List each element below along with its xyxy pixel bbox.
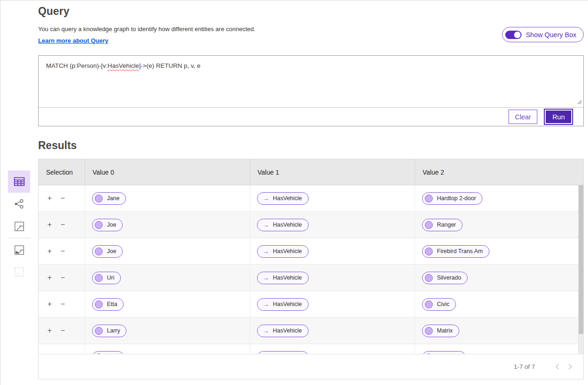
add-selection-button[interactable]: +: [47, 221, 52, 228]
table-body: + − Jane → HasVehicle Hardtop 2-door + −: [39, 185, 583, 354]
query-text-after: ]->(e) RETURN p, v, e: [139, 62, 200, 69]
add-selection-button[interactable]: +: [47, 248, 52, 255]
remove-selection-button[interactable]: −: [60, 274, 65, 281]
node-pill[interactable]: Mustang: [422, 351, 466, 354]
remove-selection-button[interactable]: −: [60, 248, 65, 255]
node-pill-label: Uri: [107, 274, 114, 281]
node-pill[interactable]: Etta: [92, 298, 124, 311]
scrollbar-thumb[interactable]: [579, 185, 583, 334]
node-pill[interactable]: Joe: [92, 245, 123, 258]
edge-pill[interactable]: → HasVehicle: [257, 219, 309, 231]
add-selection-button[interactable]: +: [47, 274, 52, 281]
vertical-scrollbar[interactable]: [578, 185, 583, 354]
table-view-button[interactable]: [8, 170, 30, 193]
node-pill-label: Civic: [437, 301, 449, 307]
show-query-box-toggle[interactable]: Show Query Box: [502, 27, 584, 42]
resize-handle[interactable]: [577, 99, 582, 106]
node-pill-label: Ranger: [437, 222, 456, 228]
node-pill[interactable]: Uri: [92, 272, 121, 284]
chevron-left-icon: [555, 364, 559, 370]
table-footer: 1-7 of 7: [39, 354, 583, 379]
table-row: + − Larry → HasVehicle Matrix: [39, 318, 583, 344]
table-header-row: Selection Value 0 Value 1 Value 2: [39, 159, 583, 185]
remove-selection-button[interactable]: −: [60, 300, 65, 308]
page-title: Query: [38, 5, 69, 18]
edge-arrow-icon: →: [263, 248, 269, 254]
edge-pill[interactable]: → HasVehicle: [257, 325, 309, 337]
node-circle-icon: [95, 353, 103, 354]
node-pill[interactable]: Larry: [92, 325, 126, 337]
learn-more-link[interactable]: Learn more about Query: [38, 37, 108, 44]
node-circle-icon: [95, 195, 103, 202]
table-row: + − Jane → HasVehicle Hardtop 2-door: [39, 185, 583, 212]
add-selection-button[interactable]: +: [47, 353, 52, 354]
table-row: + − Joe → HasVehicle Firebird Trans Am: [39, 238, 583, 265]
clear-button[interactable]: Clear: [509, 110, 538, 124]
placeholder-view-icon: [14, 267, 24, 277]
node-pill[interactable]: Joe: [92, 219, 123, 231]
query-text-before: MATCH (p:Person)-[v:: [46, 62, 108, 69]
remove-selection-button[interactable]: −: [60, 353, 65, 354]
edge-arrow-icon: →: [263, 274, 269, 281]
prev-page-button[interactable]: [551, 360, 564, 373]
toggle-switch-icon[interactable]: [505, 31, 522, 39]
edge-pill[interactable]: → HasVehicle: [257, 298, 309, 311]
node-pill-label: Larry: [107, 327, 120, 334]
page-description: You can query a knowledge graph to ident…: [38, 26, 256, 33]
query-actions-bar: Clear Run: [39, 108, 583, 126]
edge-pill[interactable]: → HasVehicle: [257, 351, 309, 354]
pagination-range: 1-7 of 7: [514, 363, 535, 370]
map-marker-view-button[interactable]: [8, 239, 30, 261]
query-panel: MATCH (p:Person)-[v:HasVehicle]->(e) RET…: [38, 55, 584, 126]
node-pill[interactable]: Jane: [92, 192, 126, 205]
node-pill[interactable]: Silverado: [422, 272, 468, 284]
node-pill[interactable]: Firebird Trans Am: [422, 245, 489, 258]
node-circle-icon: [425, 274, 433, 282]
placeholder-view-button[interactable]: [8, 261, 30, 283]
node-pill[interactable]: Matrix: [422, 325, 459, 337]
edge-arrow-icon: →: [263, 327, 269, 334]
node-pill[interactable]: Ranger: [422, 219, 462, 231]
add-selection-button[interactable]: +: [47, 300, 52, 308]
node-pill-label: Silverado: [437, 274, 461, 281]
table-row: + − Joe → HasVehicle Ranger: [39, 212, 583, 238]
toggle-knob: [514, 32, 521, 38]
remove-selection-button[interactable]: −: [60, 327, 65, 334]
edge-pill[interactable]: → HasVehicle: [257, 192, 309, 205]
table-row: + − Etta → HasVehicle Civic: [39, 291, 583, 318]
run-button[interactable]: Run: [545, 110, 572, 124]
column-header-value1: Value 1: [250, 159, 415, 185]
link-chart-view-button[interactable]: [8, 193, 30, 215]
edge-arrow-icon: →: [263, 301, 269, 307]
results-title: Results: [38, 139, 77, 152]
node-pill[interactable]: Lisa: [92, 351, 124, 354]
remove-selection-button[interactable]: −: [60, 195, 65, 202]
node-circle-icon: [95, 274, 103, 282]
table-row: + − Lisa → HasVehicle Mustang: [39, 344, 583, 354]
edge-pill-label: HasVehicle: [273, 301, 302, 307]
node-circle-icon: [95, 300, 103, 308]
edge-pill-label: HasVehicle: [273, 274, 302, 281]
column-header-selection: Selection: [39, 159, 85, 185]
edge-arrow-icon: →: [263, 195, 269, 202]
node-circle-icon: [425, 221, 433, 229]
node-pill-label: Matrix: [437, 327, 453, 334]
node-pill[interactable]: Civic: [422, 298, 456, 311]
add-selection-button[interactable]: +: [47, 327, 52, 334]
map-view-button[interactable]: [8, 215, 30, 237]
remove-selection-button[interactable]: −: [60, 221, 65, 228]
table-view-icon: [14, 177, 25, 186]
node-circle-icon: [425, 300, 433, 308]
edge-pill-label: HasVehicle: [273, 195, 302, 202]
node-circle-icon: [95, 327, 103, 335]
map-view-icon: [14, 222, 24, 231]
edge-pill[interactable]: → HasVehicle: [257, 245, 309, 258]
add-selection-button[interactable]: +: [47, 195, 52, 202]
column-header-value0: Value 0: [85, 159, 250, 185]
edge-pill[interactable]: → HasVehicle: [257, 272, 309, 284]
query-textarea[interactable]: MATCH (p:Person)-[v:HasVehicle]->(e) RET…: [39, 56, 583, 108]
node-pill-label: Firebird Trans Am: [437, 248, 483, 254]
node-pill[interactable]: Hardtop 2-door: [422, 192, 482, 205]
next-page-button[interactable]: [564, 360, 577, 373]
node-pill-label: Etta: [107, 301, 117, 307]
